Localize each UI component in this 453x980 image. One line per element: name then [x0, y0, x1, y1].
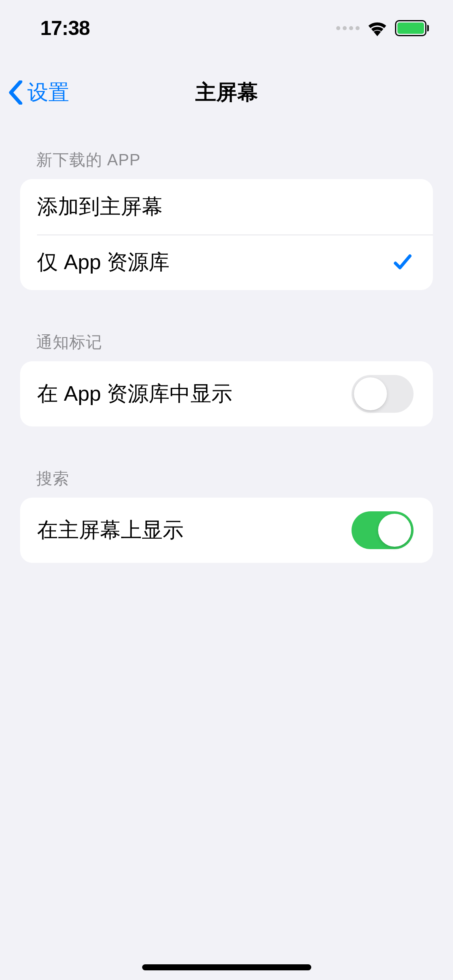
checkmark-icon: [392, 251, 414, 273]
row-show-on-home-screen: 在主屏幕上显示: [20, 498, 433, 563]
toggle-label: 在 App 资源库中显示: [37, 380, 232, 408]
back-button[interactable]: 设置: [8, 78, 69, 107]
section-header-search: 搜索: [20, 455, 433, 498]
cellular-icon: [336, 26, 360, 30]
group-new-apps: 添加到主屏幕 仅 App 资源库: [20, 179, 433, 290]
option-add-to-home-screen[interactable]: 添加到主屏幕: [20, 179, 433, 235]
status-bar: 17:38: [0, 0, 453, 56]
option-app-library-only[interactable]: 仅 App 资源库: [20, 235, 433, 290]
battery-icon: [395, 20, 429, 36]
group-search: 在主屏幕上显示: [20, 498, 433, 563]
section-header-new-apps: 新下载的 APP: [20, 137, 433, 179]
home-indicator[interactable]: [142, 964, 311, 970]
group-badges: 在 App 资源库中显示: [20, 361, 433, 426]
toggle-label: 在主屏幕上显示: [37, 516, 184, 544]
navigation-bar: 设置 主屏幕: [0, 66, 453, 119]
wifi-icon: [367, 20, 388, 36]
status-time: 17:38: [40, 16, 90, 40]
page-title: 主屏幕: [195, 78, 258, 107]
option-label: 添加到主屏幕: [37, 193, 163, 221]
row-show-in-app-library: 在 App 资源库中显示: [20, 361, 433, 426]
back-label: 设置: [27, 78, 69, 107]
option-label: 仅 App 资源库: [37, 248, 170, 276]
toggle-show-in-app-library[interactable]: [352, 375, 414, 413]
chevron-left-icon: [8, 80, 23, 105]
toggle-show-on-home-screen[interactable]: [352, 511, 414, 549]
status-indicators: [336, 20, 429, 36]
content: 新下载的 APP 添加到主屏幕 仅 App 资源库 通知标记 在 App 资源库…: [0, 137, 453, 563]
section-header-badges: 通知标记: [20, 319, 433, 361]
